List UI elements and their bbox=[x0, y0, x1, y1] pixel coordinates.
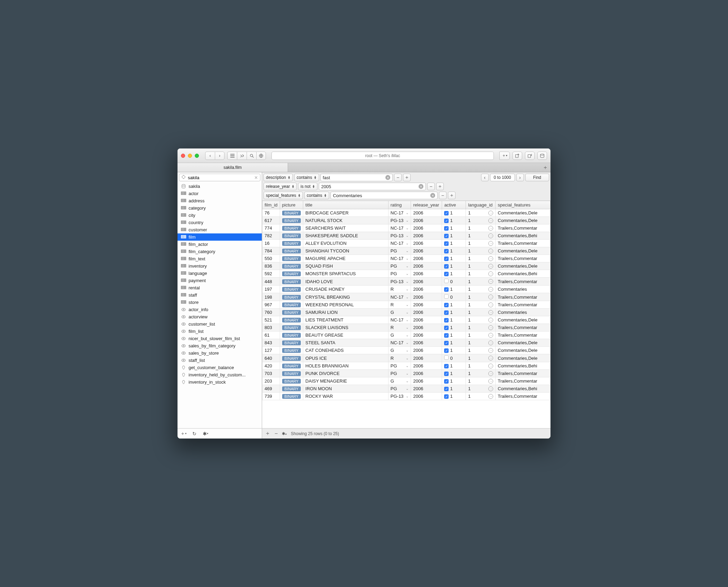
cell-film_id[interactable]: 592 bbox=[262, 270, 280, 278]
cell-special_features[interactable]: Trailers,Commentar bbox=[496, 255, 550, 262]
cell-language_id[interactable]: 1→ bbox=[466, 232, 496, 240]
cell-rating[interactable]: PG⌄ bbox=[388, 362, 411, 370]
console-button[interactable] bbox=[537, 152, 547, 160]
sidebar-item-rental[interactable]: rental bbox=[178, 284, 262, 291]
cell-rating[interactable]: NC-17⌄ bbox=[388, 316, 411, 324]
foreign-key-icon[interactable]: → bbox=[488, 340, 493, 345]
sidebar-item-address[interactable]: address bbox=[178, 197, 262, 204]
chevron-down-icon[interactable]: ⌄ bbox=[406, 310, 409, 314]
sidebar-search-input[interactable] bbox=[188, 175, 252, 180]
cell-rating[interactable]: PG⌄ bbox=[388, 270, 411, 278]
cell-picture[interactable]: BINARY bbox=[280, 278, 303, 286]
cell-active[interactable]: ✓1 bbox=[442, 262, 466, 270]
cell-rating[interactable]: NC-17⌄ bbox=[388, 255, 411, 262]
table-row[interactable]: 203BINARYDAISY MENAGERIEG⌄2006✓11→Traile… bbox=[262, 377, 550, 385]
sidebar-item-city[interactable]: city bbox=[178, 212, 262, 219]
cell-title[interactable]: PUNK DIVORCE bbox=[303, 370, 388, 377]
cell-special_features[interactable]: Commentaries,Dele bbox=[496, 339, 550, 347]
foreign-key-icon[interactable]: → bbox=[488, 295, 493, 299]
cell-film_id[interactable]: 448 bbox=[262, 278, 280, 286]
cell-release_year[interactable]: 2006 bbox=[411, 309, 442, 316]
cell-special_features[interactable]: Trailers,Commentar bbox=[496, 324, 550, 331]
cell-special_features[interactable]: Trailers,Commentar bbox=[496, 393, 550, 400]
foreign-key-icon[interactable]: → bbox=[488, 394, 493, 399]
foreign-key-icon[interactable]: → bbox=[488, 333, 493, 338]
sidebar-item-film_category[interactable]: film_category bbox=[178, 248, 262, 255]
cell-rating[interactable]: NC-17⌄ bbox=[388, 339, 411, 347]
sidebar-add-button[interactable]: ＋▾ bbox=[180, 430, 187, 437]
page-prev-button[interactable]: ‹ bbox=[481, 174, 489, 181]
sidebar-item-film_list[interactable]: film_list bbox=[178, 328, 262, 335]
cell-language_id[interactable]: 1→ bbox=[466, 247, 496, 255]
cell-rating[interactable]: NC-17⌄ bbox=[388, 240, 411, 247]
chevron-down-icon[interactable]: ⌄ bbox=[406, 272, 409, 276]
sidebar-item-sakila[interactable]: sakila bbox=[178, 183, 262, 190]
cell-picture[interactable]: BINARY bbox=[280, 377, 303, 385]
foreign-key-icon[interactable]: → bbox=[488, 364, 493, 368]
cell-title[interactable]: IDAHO LOVE bbox=[303, 278, 388, 286]
foreign-key-icon[interactable]: → bbox=[488, 379, 493, 384]
cell-active[interactable]: ✓1 bbox=[442, 301, 466, 309]
sidebar-item-inventory_held_by_custom...[interactable]: inventory_held_by_custom... bbox=[178, 371, 262, 378]
cell-title[interactable]: SQUAD FISH bbox=[303, 262, 388, 270]
cell-release_year[interactable]: 2006 bbox=[411, 339, 442, 347]
tab-sakila-film[interactable]: sakila.film bbox=[178, 163, 288, 172]
cell-film_id[interactable]: 739 bbox=[262, 393, 280, 400]
column-header-special_features[interactable]: special_features bbox=[496, 201, 550, 209]
cell-release_year[interactable]: 2006 bbox=[411, 240, 442, 247]
filter-field-select[interactable]: description▲▼ bbox=[264, 174, 293, 181]
cell-picture[interactable]: BINARY bbox=[280, 316, 303, 324]
cell-language_id[interactable]: 1→ bbox=[466, 224, 496, 232]
cell-active[interactable]: ✓1 bbox=[442, 224, 466, 232]
cell-rating[interactable]: PG-13⌄ bbox=[388, 393, 411, 400]
cell-film_id[interactable]: 198 bbox=[262, 293, 280, 301]
cell-film_id[interactable]: 640 bbox=[262, 354, 280, 362]
chevron-down-icon[interactable]: ⌄ bbox=[406, 394, 409, 398]
chevron-down-icon[interactable]: ⌄ bbox=[406, 303, 409, 307]
sidebar-item-customer_list[interactable]: customer_list bbox=[178, 320, 262, 328]
foreign-key-icon[interactable]: → bbox=[488, 211, 493, 215]
cell-language_id[interactable]: 1→ bbox=[466, 286, 496, 293]
cell-active[interactable]: ✓1 bbox=[442, 247, 466, 255]
checkbox-icon[interactable]: ✓ bbox=[444, 303, 449, 307]
cell-picture[interactable]: BINARY bbox=[280, 362, 303, 370]
sidebar-search[interactable]: ✕ bbox=[179, 174, 260, 181]
cell-special_features[interactable]: Commentaries,Dele bbox=[496, 354, 550, 362]
chevron-down-icon[interactable]: ⌄ bbox=[406, 341, 409, 345]
table-row[interactable]: 420BINARYHOLES BRANNIGANPG⌄2006✓11→Comme… bbox=[262, 362, 550, 370]
content-view-button[interactable] bbox=[227, 152, 237, 160]
cell-rating[interactable]: G⌄ bbox=[388, 331, 411, 339]
cell-rating[interactable]: NC-17⌄ bbox=[388, 224, 411, 232]
table-row[interactable]: 76BINARYBIRDCAGE CASPERNC-17⌄2006✓11→Com… bbox=[262, 209, 550, 217]
chevron-down-icon[interactable]: ⌄ bbox=[406, 295, 409, 299]
cell-language_id[interactable]: 1→ bbox=[466, 331, 496, 339]
nav-forward-button[interactable]: › bbox=[215, 152, 224, 160]
cell-active[interactable]: ✓1 bbox=[442, 331, 466, 339]
cell-rating[interactable]: PG-13⌄ bbox=[388, 232, 411, 240]
filter-op-select[interactable]: contains▲▼ bbox=[304, 192, 329, 199]
cell-release_year[interactable]: 2006 bbox=[411, 232, 442, 240]
foreign-key-icon[interactable]: → bbox=[488, 318, 493, 323]
cell-special_features[interactable]: Trailers,Commentar bbox=[496, 370, 550, 377]
table-row[interactable]: 803BINARYSLACKER LIAISONSR⌄2006✓11→Trail… bbox=[262, 324, 550, 331]
clear-search-icon[interactable]: ✕ bbox=[254, 175, 258, 180]
chevron-down-icon[interactable]: ⌄ bbox=[406, 333, 409, 337]
cell-special_features[interactable]: Trailers,Commentar bbox=[496, 331, 550, 339]
cell-release_year[interactable]: 2006 bbox=[411, 377, 442, 385]
add-filter-button[interactable]: ＋ bbox=[403, 174, 411, 181]
sidebar-item-actorview[interactable]: actorview bbox=[178, 313, 262, 320]
checkbox-icon[interactable]: ✓ bbox=[444, 257, 449, 261]
cell-title[interactable]: SHANGHAI TYCOON bbox=[303, 247, 388, 255]
cell-special_features[interactable]: Commentaries,Behi bbox=[496, 385, 550, 393]
checkbox-icon[interactable]: ✓ bbox=[444, 348, 449, 353]
cell-picture[interactable]: BINARY bbox=[280, 301, 303, 309]
table-row[interactable]: 843BINARYSTEEL SANTANC-17⌄2006✓11→Commen… bbox=[262, 339, 550, 347]
cell-release_year[interactable]: 2006 bbox=[411, 293, 442, 301]
sidebar-item-country[interactable]: country bbox=[178, 219, 262, 226]
cell-rating[interactable]: NC-17⌄ bbox=[388, 209, 411, 217]
add-menu-button[interactable]: ＋ ▾ bbox=[499, 152, 510, 160]
table-row[interactable]: 784BINARYSHANGHAI TYCOONPG⌄2006✓11→Comme… bbox=[262, 247, 550, 255]
cell-title[interactable]: BEAUTY GREASE bbox=[303, 331, 388, 339]
cell-active[interactable]: ✓1 bbox=[442, 255, 466, 262]
cell-active[interactable]: ✓1 bbox=[442, 232, 466, 240]
